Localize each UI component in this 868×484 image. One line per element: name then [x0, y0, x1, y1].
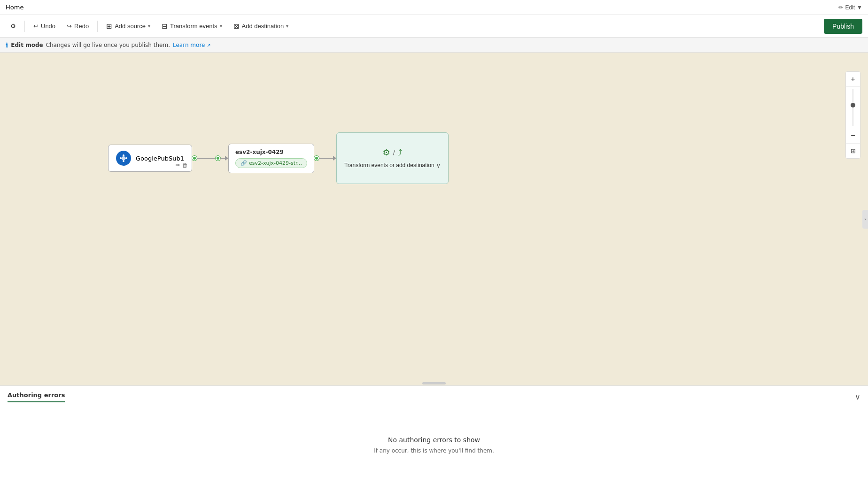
redo-icon: ↪ [67, 23, 72, 30]
transform-events-node-button[interactable]: Transform events or add destination ∨ [344, 162, 441, 169]
redo-label: Redo [74, 23, 89, 30]
top-bar: Home ✏ Edit ▼ [0, 0, 868, 15]
add-source-label: Add source [115, 23, 146, 30]
add-destination-chevron-icon: ▾ [286, 23, 288, 29]
info-icon: ℹ [6, 41, 8, 49]
edit-mode-bar: ℹ Edit mode Changes will go live once yo… [0, 38, 868, 53]
connector-1 [192, 156, 228, 161]
publish-label: Publish [832, 23, 854, 30]
source-icon [116, 151, 131, 166]
transform-node[interactable]: ⚙ / ⤴ Transform events or add destinatio… [336, 132, 449, 184]
transform-events-label: Transform events [170, 23, 217, 30]
zoom-out-icon: − [851, 131, 855, 140]
stream-tag: 🔗 esv2-xujx-0429-str... [235, 158, 307, 168]
svg-point-1 [123, 154, 124, 156]
add-destination-icon: ⊠ [233, 22, 240, 31]
source-output-dot [192, 156, 197, 161]
toolbar: ⚙ ↩ Undo ↪ Redo ⊞ Add source ▾ ⊟ Transfo… [0, 15, 868, 38]
add-source-button[interactable]: ⊞ Add source ▾ [101, 19, 155, 33]
canvas: GooglePubSub1 ✏ 🗑 esv2-xujx-0429 🔗 esv2-… [0, 53, 868, 385]
learn-more-text: Learn more [173, 42, 205, 48]
side-handle-icon: › [864, 216, 866, 222]
transform-events-chevron-icon: ▾ [220, 23, 222, 29]
separator: / [393, 148, 395, 156]
edit-button[interactable]: ✏ Edit ▼ [838, 4, 862, 11]
no-errors-subtitle: If any occur, this is where you'll find … [374, 447, 494, 454]
zoom-slider-handle[interactable] [851, 103, 855, 108]
export-icon: ⤴ [398, 147, 402, 157]
edit-label: Edit [845, 4, 855, 11]
settings-icon: ⚙ [10, 23, 16, 30]
bottom-panel-header: Authoring errors ∨ [0, 386, 868, 407]
stream-tag-icon: 🔗 [240, 160, 247, 166]
edit-mode-message: Changes will go live once you publish th… [46, 42, 170, 48]
undo-label: Undo [41, 23, 55, 30]
svg-point-0 [122, 156, 125, 160]
connector-arrow-1 [225, 156, 228, 161]
connector-line-3 [319, 158, 333, 159]
transform-node-label: Transform events or add destination [344, 162, 434, 169]
gear-icon: ⚙ [382, 147, 390, 157]
collapse-icon: ∨ [855, 393, 860, 401]
external-link-icon: ↗ [207, 43, 210, 48]
undo-button[interactable]: ↩ Undo [29, 20, 60, 32]
edit-pencil-icon: ✏ [838, 4, 843, 11]
source-node[interactable]: GooglePubSub1 ✏ 🗑 [108, 145, 192, 172]
stream-input-dot [216, 156, 220, 161]
transform-icons: ⚙ / ⤴ [382, 147, 402, 157]
authoring-errors-title: Authoring errors [8, 392, 65, 402]
collapse-panel-button[interactable]: ∨ [855, 392, 860, 401]
delete-icon[interactable]: 🗑 [182, 162, 188, 169]
svg-point-3 [120, 157, 122, 159]
connector-arrow-2 [333, 156, 336, 161]
stream-output-dot [314, 156, 319, 161]
divider-2 [97, 21, 98, 32]
learn-more-link[interactable]: Learn more ↗ [173, 42, 211, 48]
divider-1 [24, 21, 25, 32]
stream-node[interactable]: esv2-xujx-0429 🔗 esv2-xujx-0429-str... [228, 144, 314, 173]
stream-tag-label: esv2-xujx-0429-str... [249, 160, 302, 166]
source-node-actions: ✏ 🗑 [176, 162, 188, 169]
edit-chevron-icon: ▼ [857, 4, 862, 11]
publish-button[interactable]: Publish [824, 19, 862, 34]
transform-events-button[interactable]: ⊟ Transform events ▾ [157, 19, 227, 33]
transform-node-chevron-icon: ∨ [436, 162, 441, 169]
transform-events-icon: ⊟ [162, 22, 168, 31]
mode-label: Edit mode [11, 42, 43, 48]
add-destination-label: Add destination [242, 23, 284, 30]
add-destination-button[interactable]: ⊠ Add destination ▾ [229, 19, 294, 33]
side-collapse-handle[interactable]: › [862, 210, 868, 229]
zoom-in-icon: + [851, 75, 855, 84]
add-source-chevron-icon: ▾ [148, 23, 150, 29]
edit-icon[interactable]: ✏ [176, 162, 180, 169]
zoom-out-button[interactable]: − [845, 128, 860, 143]
no-errors-title: No authoring errors to show [388, 436, 480, 444]
redo-button[interactable]: ↪ Redo [62, 20, 93, 32]
undo-icon: ↩ [33, 23, 39, 30]
stream-node-title: esv2-xujx-0429 [235, 149, 307, 155]
connector-line-2 [220, 158, 225, 159]
svg-point-2 [123, 160, 124, 162]
source-node-label: GooglePubSub1 [136, 155, 184, 162]
connector-line-1 [197, 158, 216, 159]
connector-2 [314, 156, 336, 161]
drag-handle[interactable] [422, 382, 446, 384]
reset-view-button[interactable]: ⊞ [845, 143, 860, 158]
zoom-in-button[interactable]: + [845, 72, 860, 87]
settings-button[interactable]: ⚙ [6, 20, 21, 32]
flow-container: GooglePubSub1 ✏ 🗑 esv2-xujx-0429 🔗 esv2-… [108, 132, 449, 184]
zoom-controls: + − ⊞ [845, 71, 860, 159]
bottom-panel-content: No authoring errors to show If any occur… [0, 407, 868, 483]
toolbar-left: ⚙ ↩ Undo ↪ Redo ⊞ Add source ▾ ⊟ Transfo… [6, 19, 293, 33]
page-title: Home [6, 4, 23, 11]
bottom-panel: Authoring errors ∨ No authoring errors t… [0, 385, 868, 484]
add-source-icon: ⊞ [106, 22, 112, 31]
svg-point-4 [125, 157, 127, 159]
